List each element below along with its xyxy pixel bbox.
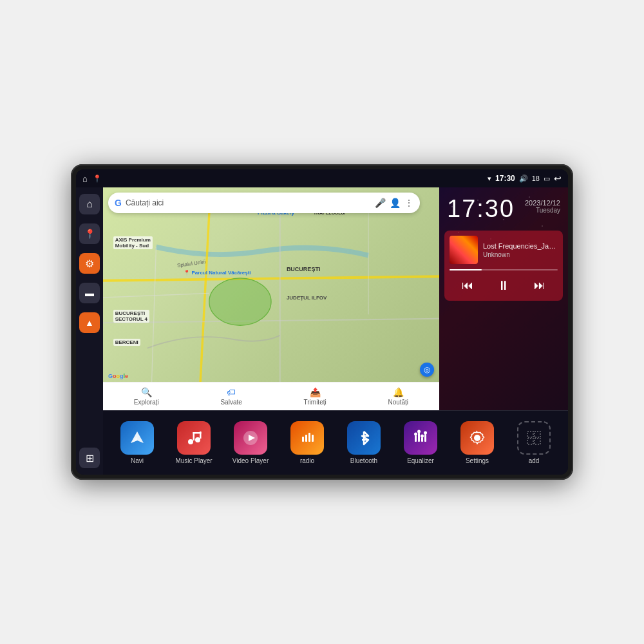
map-bottom-bar: 🔍 Explorați 🏷 Salvate 📤 Trimiteți [103,382,439,410]
music-info-row: Lost Frequencies_Janie... Unknown [450,236,558,264]
battery-icon: ▭ [544,175,550,183]
navi-svg [128,429,146,447]
saved-label: Salvate [220,399,242,406]
map-news-btn[interactable]: 🔔 Noutăți [388,387,408,406]
sidebar: ⌂ 📍 ⚙ ▬ ▲ ⊞ [76,187,103,475]
map-explore-btn[interactable]: 🔍 Explorați [134,387,159,406]
music-player-label: Music Player [175,457,212,464]
svg-rect-18 [305,435,307,442]
pause-button[interactable]: ⏸ [495,276,513,296]
settings-svg [468,429,486,447]
svg-rect-20 [312,435,314,442]
equalizer-label: Equalizer [407,457,434,464]
equalizer-icon [404,421,437,455]
map-share-btn[interactable]: 📤 Trimiteți [304,387,327,406]
svg-rect-19 [308,433,310,442]
account-icon[interactable]: 👤 [390,198,401,208]
svg-rect-21 [415,435,417,442]
clock-date-display: 2023/12/12 Tuesday [525,195,560,214]
status-right-info: ▾ 17:30 🔊 18 ▭ ↩ [488,173,562,184]
music-title: Lost Frequencies_Janie... [483,242,558,250]
battery-level: 18 [532,175,540,182]
map-roads-svg [103,213,439,382]
share-icon: 📤 [310,387,321,397]
map-label-berceni: BERCENI [113,339,140,346]
maps-sidebar-icon: 📍 [84,229,95,239]
google-maps-icon: G [115,198,122,208]
svg-rect-23 [421,437,423,442]
app-add[interactable]: add [507,421,560,464]
app-icons-bar: Navi Music Player [103,410,568,475]
map-area[interactable]: G Căutați aici 🎤 👤 ⋮ [103,187,439,410]
album-art-image [450,236,478,264]
app-navi[interactable]: Navi [111,421,164,464]
sidebar-item-files[interactable]: ▬ [79,283,100,303]
search-placeholder-text: Căutați aici [126,198,371,207]
svg-line-0 [103,276,439,281]
music-player-icon [177,421,211,455]
saved-icon: 🏷 [227,387,236,397]
sidebar-item-home[interactable]: ⌂ [79,194,100,214]
back-icon[interactable]: ↩ [554,173,562,184]
app-radio[interactable]: radio [281,421,334,464]
video-player-label: Video Player [232,457,269,464]
music-svg [185,429,203,447]
svg-line-6 [152,247,156,382]
sidebar-item-navigation[interactable]: ▲ [79,312,100,333]
add-app-icon [517,421,551,455]
settings-label: Settings [466,457,489,464]
overflow-icon[interactable]: ⋮ [404,198,413,208]
status-bar: ⌂ 📍 ▾ 17:30 🔊 18 ▭ ↩ [76,169,568,187]
clock-time-text: 17:30 [447,195,515,222]
radio-svg [298,429,316,447]
clock-day-text: Tuesday [525,207,560,214]
maps-icon[interactable]: 📍 [93,175,102,183]
settings-icon [460,421,494,455]
google-logo: Google [108,372,128,379]
video-svg [242,429,260,447]
radio-icon [290,421,324,455]
music-artist: Unknown [483,251,558,258]
previous-button[interactable]: ⏮ [459,276,476,295]
map-label-axis: AXIS PremiumMobility - Sud [113,236,153,249]
clock-section: 17:30 2023/12/12 Tuesday [439,187,568,228]
right-panel: 17:30 2023/12/12 Tuesday [439,187,568,410]
center-content: G Căutați aici 🎤 👤 ⋮ [103,187,568,475]
sidebar-item-maps[interactable]: 📍 [79,223,100,244]
music-player-section: Lost Frequencies_Janie... Unknown ⏮ ⏸ [444,231,563,301]
app-settings[interactable]: Settings [451,421,504,464]
music-progress-bar[interactable] [450,269,558,270]
device: ⌂ 📍 ▾ 17:30 🔊 18 ▭ ↩ ⌂ 📍 [71,164,573,480]
settings-sidebar-icon: ⚙ [85,258,94,270]
add-label: add [529,457,540,464]
sidebar-item-grid[interactable]: ⊞ [79,448,100,468]
home-icon[interactable]: ⌂ [82,174,88,184]
svg-rect-32 [535,439,540,444]
microphone-icon[interactable]: 🎤 [375,198,386,208]
equalizer-svg [412,429,430,447]
map-background: G Căutați aici 🎤 👤 ⋮ [103,187,439,410]
svg-point-28 [424,431,427,435]
app-video-player[interactable]: Video Player [224,421,277,464]
screen: ⌂ 📍 ▾ 17:30 🔊 18 ▭ ↩ ⌂ 📍 [76,169,568,475]
explore-label: Explorați [134,399,159,406]
map-search-bar[interactable]: G Căutați aici 🎤 👤 ⋮ [108,193,420,213]
svg-rect-24 [424,434,426,442]
bluetooth-icon [347,421,381,455]
navigation-sidebar-icon: ▲ [85,317,94,328]
svg-point-25 [414,433,417,436]
app-music-player[interactable]: Music Player [167,421,220,464]
map-saved-btn[interactable]: 🏷 Salvate [220,387,242,406]
bluetooth-svg [355,429,373,447]
svg-rect-29 [527,431,533,437]
app-equalizer[interactable]: Equalizer [394,421,447,464]
sidebar-item-settings[interactable]: ⚙ [79,253,100,274]
wifi-icon: ▾ [488,175,491,183]
svg-rect-31 [527,439,533,444]
svg-line-1 [200,213,209,382]
music-text-info: Lost Frequencies_Janie... Unknown [483,242,558,258]
main-area: ⌂ 📍 ⚙ ▬ ▲ ⊞ [76,187,568,475]
app-bluetooth[interactable]: Bluetooth [337,421,390,464]
grid-sidebar-icon: ⊞ [86,452,94,464]
next-button[interactable]: ⏭ [531,276,548,295]
